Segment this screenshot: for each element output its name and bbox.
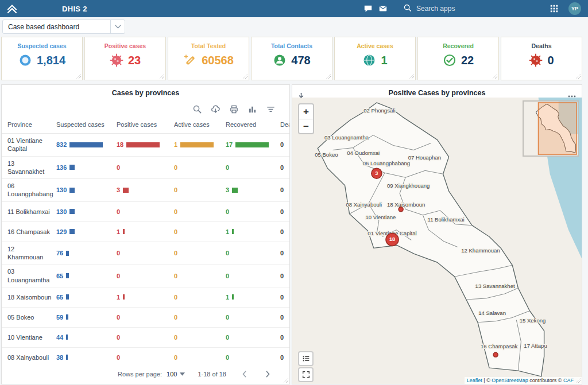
table-row: 10 Vientiane440000 xyxy=(2,328,289,348)
suspected-cell: 65 xyxy=(56,294,117,301)
deaths-cell: 0 xyxy=(280,228,289,235)
resize-grip[interactable] xyxy=(409,74,414,79)
search-input[interactable] xyxy=(416,5,525,13)
dashboard-bar: Case based dashboard xyxy=(0,17,588,36)
apps-menu-icon[interactable] xyxy=(547,3,562,14)
positive-cell: 0 xyxy=(117,354,174,361)
column-header-positive[interactable]: Positive cases xyxy=(117,121,174,128)
card-value: 23 xyxy=(128,54,141,67)
province-label: 02 Phongsali xyxy=(363,107,395,114)
suspected-bar xyxy=(66,355,68,360)
positive-cell: 1 xyxy=(117,294,174,301)
mail-icon[interactable] xyxy=(376,3,390,14)
positive-cell: 1 xyxy=(117,228,174,235)
province-cell: 01 Vientiane Capital xyxy=(7,137,56,153)
zoom-control: + − xyxy=(298,103,314,134)
active-cell: 0 xyxy=(174,250,226,256)
next-page-button[interactable] xyxy=(263,370,272,379)
osm-link[interactable]: OpenStreetMap xyxy=(492,378,528,383)
case-marker[interactable]: 3 xyxy=(372,168,382,178)
province-cell: 03 Louangnamtha xyxy=(7,267,56,284)
province-cell: 12 Khammouan xyxy=(7,245,56,262)
case-marker[interactable] xyxy=(493,352,498,357)
card-total-contacts[interactable]: Total Contacts 478 xyxy=(251,37,332,80)
resize-grip[interactable] xyxy=(326,74,331,79)
column-header-recovered[interactable]: Recovered xyxy=(226,121,280,128)
case-marker[interactable]: 18 xyxy=(386,234,399,246)
table-row: 11 Bolikhamxai1300000 xyxy=(2,202,289,222)
suspected-cell: 832 xyxy=(56,141,117,148)
column-header-province[interactable]: Province xyxy=(7,121,56,128)
card-title: Total Contacts xyxy=(252,42,332,49)
card-deaths[interactable]: Deaths 0 xyxy=(501,37,582,80)
card-value: 60568 xyxy=(202,54,234,67)
attribution-text: contributors © xyxy=(528,378,563,383)
suspected-cell: 136 xyxy=(56,164,117,171)
province-label: 13 Savannakhet xyxy=(475,283,515,289)
suspected-cell: 44 xyxy=(56,334,117,341)
table-row: 03 Louangnamtha650000 xyxy=(2,265,289,287)
caf-link[interactable]: CAF xyxy=(563,378,574,383)
suspected-cell: 65 xyxy=(56,273,117,279)
filter-icon[interactable] xyxy=(265,104,276,114)
province-label: 14 Salavan xyxy=(478,310,506,316)
recovered-bar xyxy=(232,294,234,300)
search-icon xyxy=(403,3,412,14)
resize-grip[interactable] xyxy=(576,74,581,79)
column-header-active[interactable]: Active cases xyxy=(174,121,226,128)
chevron-down-icon[interactable] xyxy=(110,20,125,33)
person-icon xyxy=(273,53,287,67)
app-title: DHIS 2 xyxy=(62,5,87,13)
positive-cell: 0 xyxy=(117,208,174,215)
fullscreen-control[interactable] xyxy=(298,367,314,382)
card-suspected-cases[interactable]: Suspected cases 1,814 xyxy=(1,37,83,80)
province-label: 18 Xaisomboun xyxy=(387,201,425,208)
table-toolbar xyxy=(2,104,289,114)
card-total-tested[interactable]: Total Tested 60568 xyxy=(168,37,249,80)
zoom-out-button[interactable]: − xyxy=(299,119,313,133)
column-header-suspected[interactable]: Suspected cases xyxy=(56,121,117,128)
table-row: 12 Khammouan760000 xyxy=(2,242,289,265)
card-recovered[interactable]: Recovered 22 xyxy=(417,37,499,80)
deaths-cell: 0 xyxy=(280,141,289,148)
card-positive-cases[interactable]: Positive cases 23 xyxy=(84,37,166,80)
positive-cell: 0 xyxy=(117,250,174,256)
map-title: Positive Cases by provinces xyxy=(292,89,582,97)
dhis2-logo-icon[interactable] xyxy=(6,2,18,15)
province-label: 15 Xekong xyxy=(520,317,546,324)
download-cloud-icon[interactable] xyxy=(210,104,220,114)
avatar[interactable]: YP xyxy=(568,2,581,15)
legend-control[interactable] xyxy=(298,351,314,366)
recovered-cell: 0 xyxy=(226,250,280,256)
column-header-deaths[interactable]: Deaths xyxy=(280,121,289,128)
print-icon[interactable] xyxy=(229,104,239,114)
columns-chart-icon[interactable] xyxy=(247,104,257,114)
card-value: 1,814 xyxy=(37,54,65,67)
leaflet-map[interactable]: 02 Phongsali03 Louangnamtha04 Oudomxai05… xyxy=(292,98,582,384)
table-title: Cases by provinces xyxy=(2,89,289,97)
dashboard-selector[interactable]: Case based dashboard xyxy=(2,20,125,34)
search-icon[interactable] xyxy=(192,104,202,114)
resize-grip[interactable] xyxy=(76,74,81,79)
province-cell: 11 Bolikhamxai xyxy=(7,208,56,216)
active-cell: 0 xyxy=(174,294,226,301)
messages-icon[interactable] xyxy=(361,3,376,14)
leaflet-link[interactable]: Leaflet xyxy=(467,378,482,383)
header-search[interactable] xyxy=(403,3,536,14)
attribution-text: | © xyxy=(482,378,492,383)
resize-grip[interactable] xyxy=(160,74,164,79)
rows-per-page-select[interactable]: 100 xyxy=(167,371,185,378)
active-cell: 0 xyxy=(174,164,226,171)
previous-page-button[interactable] xyxy=(240,370,249,379)
overview-map[interactable] xyxy=(523,100,579,157)
card-active-cases[interactable]: Active cases 1 xyxy=(334,37,416,80)
resize-grip[interactable] xyxy=(243,74,247,79)
suspected-bar xyxy=(69,142,103,147)
case-marker[interactable] xyxy=(399,207,403,212)
zoom-in-button[interactable]: + xyxy=(299,104,313,119)
resize-grip[interactable] xyxy=(493,74,497,79)
recovered-bar xyxy=(232,188,238,193)
positive-cell: 0 xyxy=(117,164,174,171)
province-cell: 18 Xaisomboun xyxy=(7,293,56,301)
positive-cell: 18 xyxy=(117,141,174,148)
